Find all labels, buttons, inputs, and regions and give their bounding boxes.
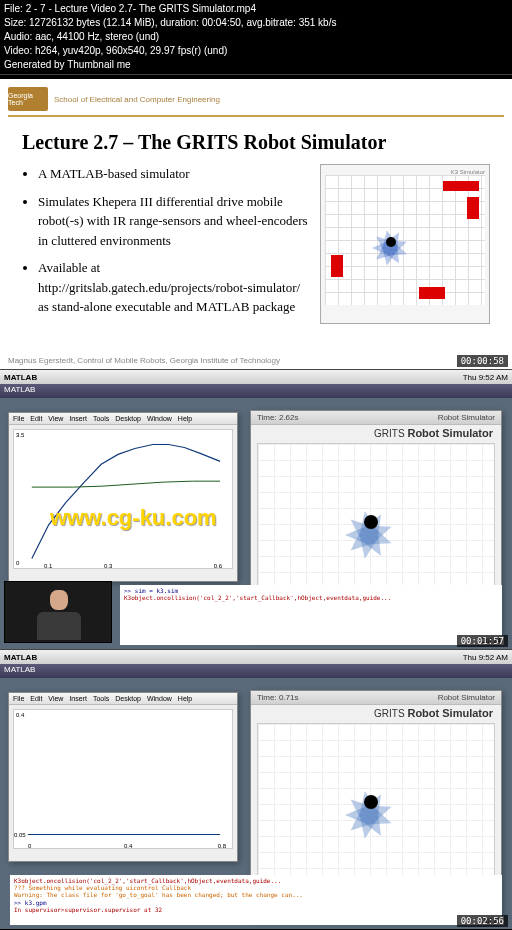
robot-sensor-fan [329,771,409,851]
sim-wintitle: Robot Simulator [438,413,495,422]
menu-item[interactable]: Insert [69,415,87,422]
slide-title: Lecture 2.7 – The GRITS Robot Simulator [22,131,504,154]
thumbnail-panel-2: MATLAB Thu 9:52 AM MATLAB File Edit View… [0,369,512,649]
slide-footer: Magnus Egerstedt, Control of Mobile Robo… [8,356,504,365]
gt-logo: Georgia Tech [8,87,48,111]
robot-sensor-fan [329,491,409,571]
figure-menubar[interactable]: File Edit View Insert Tools Desktop Wind… [9,413,237,425]
menu-item[interactable]: Help [178,695,192,702]
meta-video: Video: h264, yuv420p, 960x540, 29.97 fps… [4,44,508,58]
clock: Thu 9:52 AM [463,653,508,662]
timestamp: 00:00:58 [457,355,508,367]
meta-audio: Audio: aac, 44100 Hz, stereo (und) [4,30,508,44]
obstacle [443,181,479,191]
menu-item[interactable]: Edit [30,695,42,702]
code-line: K3object.oncollision('col_2_2','start_Ca… [14,877,498,884]
thumbnail-panel-3: MATLAB Thu 9:52 AM MATLAB File Edit View… [0,649,512,929]
meta-generator: Generated by Thumbnail me [4,58,508,72]
menu-item[interactable]: Tools [93,695,109,702]
code-line: K3object.oncollision('col_2_2','start_Ca… [124,594,498,601]
bullet-item: A MATLAB-based simulator [38,164,310,184]
menu-item[interactable]: Insert [69,695,87,702]
menu-item[interactable]: File [13,415,24,422]
bullet-item: Available at http://gritslab.gatech.edu/… [38,258,310,317]
meta-size: Size: 12726132 bytes (12.14 MiB), durati… [4,16,508,30]
thumbnail-panel-1: Georgia Tech School of Electrical and Co… [0,74,512,369]
simulator-screenshot: K3 Simulator [320,164,490,324]
matlab-titlebar: MATLAB [0,384,512,398]
school-name: School of Electrical and Computer Engine… [54,95,220,104]
menu-item[interactable]: View [48,415,63,422]
sim-header: Time: 0.71s Robot Simulator [251,691,501,705]
obstacle [419,287,445,299]
mac-menubar[interactable]: MATLAB Thu 9:52 AM [0,370,512,384]
presenter-video [4,581,112,643]
slide-body: A MATLAB-based simulator Simulates Khepe… [8,164,504,325]
timestamp: 00:02:56 [457,915,508,927]
menu-item[interactable]: Tools [93,415,109,422]
code-line: >> sim = k3.sim [124,587,498,594]
code-line: ??? Something while evaluating uicontrol… [14,884,498,891]
file-metadata: File: 2 - 7 - Lecture Video 2.7- The GRI… [0,0,512,74]
sim-brand: GRITS Robot Simulator [251,705,501,721]
chart-svg [14,430,232,568]
obstacle [467,197,479,219]
menu-item[interactable]: Window [147,695,172,702]
menu-item[interactable]: Window [147,415,172,422]
menu-item[interactable]: Desktop [115,415,141,422]
app-name: MATLAB [4,373,37,382]
matlab-console[interactable]: K3object.oncollision('col_2_2','start_Ca… [10,875,502,925]
timestamp: 00:01:57 [457,635,508,647]
sim-wintitle: Robot Simulator [438,693,495,702]
menu-item[interactable]: File [13,695,24,702]
slide-bullets: A MATLAB-based simulator Simulates Khepe… [22,164,310,325]
mac-menubar[interactable]: MATLAB Thu 9:52 AM [0,650,512,664]
menu-item[interactable]: Edit [30,415,42,422]
sim-grid [325,175,485,305]
lecture-slide: Georgia Tech School of Electrical and Co… [0,79,512,369]
matlab-plot-1: 0.1 0.3 0.6 3.5 0 [13,429,233,569]
figure-window[interactable]: File Edit View Insert Tools Desktop Wind… [8,692,238,862]
bullet-item: Simulates Khepera III differential drive… [38,192,310,251]
sim-time: Time: 0.71s [257,693,299,702]
matlab-plot-2: 0 0.4 0.8 0.4 0.05 [13,709,233,849]
code-line: Warning: The class file for 'go_to_goal'… [14,891,498,898]
clock: Thu 9:52 AM [463,373,508,382]
sim-canvas[interactable]: -1.5 1.5 [257,723,495,883]
menu-item[interactable]: Desktop [115,695,141,702]
app-name: MATLAB [4,653,37,662]
matlab-console[interactable]: >> sim = k3.sim K3object.oncollision('co… [120,585,502,645]
menu-item[interactable]: View [48,695,63,702]
code-line: >> k3.gpm [14,899,498,906]
footer-author: Magnus Egerstedt, Control of Mobile Robo… [8,356,280,365]
slide-header: Georgia Tech School of Electrical and Co… [8,87,504,117]
meta-file: File: 2 - 7 - Lecture Video 2.7- The GRI… [4,2,508,16]
code-line: In supervisor>supervisor.supervisor at 3… [14,906,498,913]
sim-canvas[interactable] [257,443,495,603]
sim-time: Time: 2.62s [257,413,299,422]
obstacle [331,255,343,277]
figure-menubar[interactable]: File Edit View Insert Tools Desktop Wind… [9,693,237,705]
sim-header: Time: 2.62s Robot Simulator [251,411,501,425]
figure-window[interactable]: File Edit View Insert Tools Desktop Wind… [8,412,238,582]
sim-brand: GRITS Robot Simulator [251,425,501,441]
menu-item[interactable]: Help [178,415,192,422]
chart-svg [14,710,232,848]
matlab-titlebar: MATLAB [0,664,512,678]
